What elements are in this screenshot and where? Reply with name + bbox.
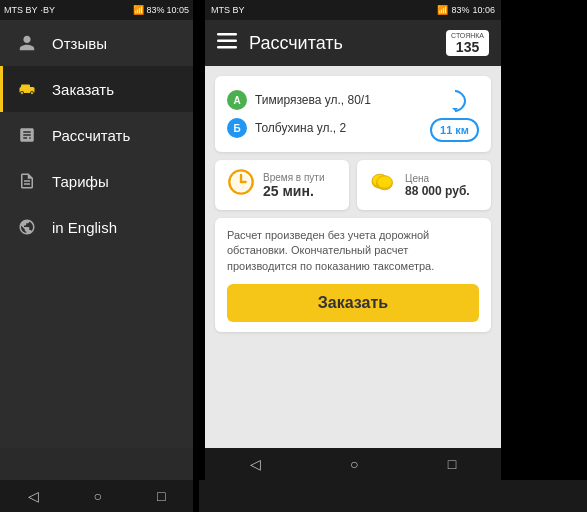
right-phone: MTS BY 📶 83% 10:06 Рассчитать СТОЯНКА 13…	[205, 0, 501, 480]
route-points: A Тимирязева ул., 80/1 Б Толбухина ул., …	[227, 90, 420, 138]
left-sidebar-menu: Отзывы Заказать	[0, 20, 193, 448]
content-area: A Тимирязева ул., 80/1 Б Толбухина ул., …	[205, 66, 501, 448]
calculator-icon	[16, 124, 38, 146]
route-arrow-icon	[440, 86, 470, 116]
right-nav-bar: ◁ ○ □	[205, 448, 501, 480]
sidebar-item-tariffs[interactable]: Тарифы	[0, 158, 193, 204]
route-card: A Тимирязева ул., 80/1 Б Толбухина ул., …	[215, 76, 491, 152]
sidebar-item-calculate-label: Рассчитать	[52, 127, 130, 144]
left-nav-bar: ◁ ○ □	[0, 480, 193, 512]
price-info: Цена 88 000 руб.	[405, 173, 470, 198]
disclaimer-text: Расчет произведен без учета дорожной обс…	[227, 228, 479, 274]
stats-row: Время в пути 25 мин. Цена	[215, 160, 491, 210]
phone-separator	[193, 0, 199, 480]
status-carrier-left: MTS BY ·BY	[4, 5, 55, 15]
home-button[interactable]: ○	[350, 456, 358, 472]
sidebar-item-order[interactable]: Заказать	[0, 66, 193, 112]
svg-point-5	[31, 92, 33, 94]
person-icon	[16, 32, 38, 54]
svg-rect-8	[217, 46, 237, 49]
time-info: Время в пути 25 мин.	[263, 172, 325, 199]
app-header: Рассчитать СТОЯНКА 135	[205, 20, 501, 66]
distance-badge: 11 км	[430, 118, 479, 142]
page-title: Рассчитать	[249, 33, 434, 54]
bottom-bar: ◁ ○ □	[0, 480, 587, 512]
disclaimer-card: Расчет произведен без учета дорожной обс…	[215, 218, 491, 332]
left-back-button[interactable]: ◁	[28, 488, 39, 504]
clock-icon	[227, 168, 255, 202]
right-status-bar: MTS BY 📶 83% 10:06	[205, 0, 501, 20]
logo-badge: СТОЯНКА 135	[446, 30, 489, 56]
status-carrier-right: MTS BY	[211, 5, 245, 15]
point-marker-b: Б	[227, 118, 247, 138]
taxi-icon	[16, 78, 38, 100]
order-button[interactable]: Заказать	[227, 284, 479, 322]
sidebar-item-english-label: in English	[52, 219, 117, 236]
sidebar-item-reviews-label: Отзывы	[52, 35, 107, 52]
left-status-bar: MTS BY ·BY 📶 83% 10:05	[0, 0, 193, 20]
svg-point-4	[21, 92, 23, 94]
route-point-b: Б Толбухина ул., 2	[227, 118, 420, 138]
time-stat-card: Время в пути 25 мин.	[215, 160, 349, 210]
language-icon	[16, 216, 38, 238]
route-point-a: A Тимирязева ул., 80/1	[227, 90, 420, 110]
sidebar-item-calculate[interactable]: Рассчитать	[0, 112, 193, 158]
svg-rect-6	[217, 33, 237, 36]
status-right-left: 📶 83% 10:05	[133, 5, 189, 15]
sidebar-item-tariffs-label: Тарифы	[52, 173, 109, 190]
distance-area: 11 км	[430, 86, 479, 142]
svg-rect-1	[21, 85, 30, 89]
left-recent-button[interactable]: □	[157, 488, 165, 504]
coins-icon	[369, 170, 397, 200]
svg-point-17	[377, 176, 393, 188]
point-marker-a: A	[227, 90, 247, 110]
svg-rect-7	[217, 39, 237, 42]
sidebar-item-reviews[interactable]: Отзывы	[0, 20, 193, 66]
left-phone: MTS BY ·BY 📶 83% 10:05 Отзывы	[0, 0, 193, 480]
tariffs-icon	[16, 170, 38, 192]
menu-icon[interactable]	[217, 33, 237, 54]
back-button[interactable]: ◁	[250, 456, 261, 472]
recent-button[interactable]: □	[448, 456, 456, 472]
price-stat-card: Цена 88 000 руб.	[357, 160, 491, 210]
sidebar-item-english[interactable]: in English	[0, 204, 193, 250]
sidebar-item-order-label: Заказать	[52, 81, 114, 98]
right-nav-bar-bottom	[199, 480, 587, 512]
status-right-right: 📶 83% 10:06	[437, 5, 495, 15]
left-home-button[interactable]: ○	[94, 488, 102, 504]
